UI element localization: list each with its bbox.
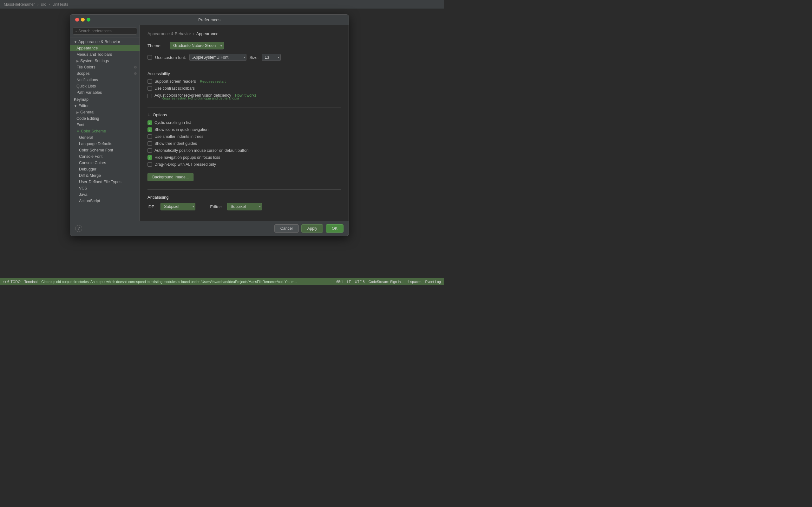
sidebar-item-color-scheme[interactable]: ▼ Color Scheme	[70, 128, 140, 134]
size-select[interactable]: 13 11 12 14 16	[262, 54, 281, 61]
minimize-button[interactable]	[81, 18, 85, 21]
theme-select[interactable]: Gradianto Nature Green Darcula IntelliJ …	[170, 42, 224, 49]
todo-badge[interactable]: ⊙ 6 TODO	[3, 280, 20, 284]
tree-indent-guides-checkbox[interactable]	[148, 141, 152, 146]
sidebar-item-vcs[interactable]: VCS	[70, 185, 140, 191]
show-icons-item: Show icons in quick navigation	[148, 127, 341, 132]
sidebar-item-console-colors[interactable]: Console Colors	[70, 160, 140, 166]
screen-readers-checkbox[interactable]	[148, 79, 152, 83]
custom-font-row: Use custom font: .AppleSystemUIFont Aria…	[148, 54, 341, 61]
sidebar-item-user-defined[interactable]: User-Defined File Types	[70, 179, 140, 185]
line-ending: LF	[347, 280, 351, 284]
sidebar-item-scopes[interactable]: Scopes ⚙	[70, 70, 140, 77]
sidebar-item-keymap[interactable]: Keymap	[70, 96, 140, 103]
smaller-indents-checkbox[interactable]	[148, 134, 152, 139]
hide-nav-popups-label: Hide navigation popups on focus loss	[154, 155, 220, 160]
spaces-indicator: 4 spaces	[407, 280, 421, 284]
terminal-tab[interactable]: Terminal	[24, 280, 38, 284]
accessibility-title: Accessibility	[148, 71, 341, 76]
sidebar-item-appearance[interactable]: Appearance	[70, 45, 140, 51]
expand-icon-cs: ▼	[77, 130, 80, 133]
breadcrumb-current: Appearance	[196, 32, 218, 36]
sidebar-item-console-font[interactable]: Console Font	[70, 153, 140, 160]
ide-aa-select[interactable]: Subpixel None Greyscale Default	[160, 203, 195, 210]
settings-icon-2: ⚙	[134, 72, 137, 76]
sidebar-item-appearance-behavior[interactable]: ▼ Appearance & Behavior	[70, 39, 140, 45]
sidebar-item-path-variables[interactable]: Path Variables	[70, 89, 140, 96]
sidebar-item-menus-toolbars[interactable]: Menus and Toolbars	[70, 51, 140, 58]
sidebar-item-quick-lists[interactable]: Quick Lists	[70, 83, 140, 89]
accessibility-section: Accessibility Support screen readers Req…	[148, 71, 341, 102]
dialog-body: ⌕ ▼ Appearance & Behavior Appearance Men…	[70, 25, 349, 221]
color-deficiency-item: Adjust colors for red-green vision defic…	[148, 93, 341, 102]
cyclic-scrolling-item: Cyclic scrolling in list	[148, 120, 341, 125]
ok-button[interactable]: OK	[326, 224, 344, 233]
smaller-indents-item: Use smaller indents in trees	[148, 134, 341, 139]
theme-row: Theme: Gradianto Nature Green Darcula In…	[148, 42, 341, 49]
background-image-button[interactable]: Background Image...	[148, 173, 194, 181]
screen-readers-item: Support screen readers Requires restart	[148, 79, 341, 83]
font-select[interactable]: .AppleSystemUIFont Arial Helvetica Neue	[189, 54, 247, 61]
custom-font-label: Use custom font:	[155, 55, 186, 60]
apply-button[interactable]: Apply	[301, 224, 323, 233]
custom-font-checkbox[interactable]	[148, 55, 152, 60]
cancel-button[interactable]: Cancel	[274, 224, 299, 233]
divider-3	[148, 189, 341, 190]
sidebar-item-debugger[interactable]: Debugger	[70, 166, 140, 172]
sidebar-item-general[interactable]: ▶ General	[70, 109, 140, 115]
search-input[interactable]	[78, 29, 135, 33]
drag-n-drop-checkbox[interactable]	[148, 162, 152, 167]
hide-nav-popups-checkbox[interactable]	[148, 155, 152, 160]
color-deficiency-text: Adjust colors for red-green vision defic…	[154, 93, 257, 102]
sidebar-item-java[interactable]: Java	[70, 191, 140, 198]
code-stream: CodeStream: Sign in...	[368, 280, 404, 284]
arrow-general: ▶	[77, 111, 79, 114]
sidebar-item-code-editing[interactable]: Code Editing	[70, 115, 140, 122]
editor-aa-select-wrapper: Subpixel None Greyscale Default ▾	[227, 203, 262, 210]
help-button[interactable]: ?	[75, 225, 82, 232]
expand-icon-editor: ▼	[74, 104, 77, 108]
ui-options-section: UI Options Cyclic scrolling in list Show…	[148, 112, 341, 167]
window-buttons	[75, 18, 90, 21]
dialog-footer: ? Cancel Apply OK	[70, 221, 349, 236]
sidebar-item-editor[interactable]: ▼ Editor	[70, 103, 140, 109]
sidebar-item-cs-font[interactable]: Color Scheme Font	[70, 147, 140, 153]
sidebar-item-language-defaults[interactable]: Language Defaults	[70, 141, 140, 147]
close-button[interactable]	[75, 18, 79, 21]
breadcrumb-parent: Appearance & Behavior	[148, 32, 191, 36]
sidebar-item-cs-general[interactable]: General	[70, 134, 140, 141]
sidebar-item-font[interactable]: Font	[70, 122, 140, 128]
editor-aa-select[interactable]: Subpixel None Greyscale Default	[227, 203, 262, 210]
auto-position-checkbox[interactable]	[148, 148, 152, 153]
event-log[interactable]: Event Log	[425, 280, 441, 284]
sidebar-item-system-settings[interactable]: ▶ System Settings	[70, 58, 140, 64]
ide-src: src	[41, 2, 46, 7]
status-message: Clean up old output directories: An outp…	[41, 280, 333, 284]
sidebar-item-diff-merge[interactable]: Diff & Merge	[70, 172, 140, 179]
maximize-button[interactable]	[87, 18, 90, 21]
search-icon: ⌕	[75, 29, 77, 33]
contrast-scrollbars-item: Use contrast scrollbars	[148, 86, 341, 91]
sidebar-item-notifications[interactable]: Notifications	[70, 77, 140, 83]
size-label: Size:	[250, 55, 259, 60]
settings-icon: ⚙	[134, 65, 137, 69]
sidebar-item-file-colors[interactable]: File Colors ⚙	[70, 64, 140, 70]
contrast-scrollbars-checkbox[interactable]	[148, 86, 152, 91]
cyclic-scrolling-checkbox[interactable]	[148, 120, 152, 125]
dialog-titlebar: Preferences	[70, 14, 349, 25]
requires-restart-badge: Requires restart	[200, 79, 226, 83]
preferences-dialog: Preferences ⌕ ▼ Appearance & Behavior Ap…	[70, 14, 349, 236]
arrow-icon: ▶	[77, 59, 79, 63]
auto-position-item: Automatically position mouse cursor on d…	[148, 148, 341, 153]
ide-titlebar: MassFileRenamer › src › UnitTests	[0, 0, 444, 9]
sidebar-item-actionscript[interactable]: ActionScript	[70, 198, 140, 204]
auto-position-label: Automatically position mouse cursor on d…	[154, 148, 249, 153]
divider-1	[148, 66, 341, 66]
hide-nav-popups-item: Hide navigation popups on focus loss	[148, 155, 341, 160]
show-icons-checkbox[interactable]	[148, 127, 152, 132]
color-deficiency-checkbox[interactable]	[148, 94, 152, 98]
encoding: UTF-8	[355, 280, 365, 284]
dialog-title: Preferences	[198, 17, 220, 22]
theme-label: Theme:	[148, 43, 166, 48]
cyclic-scrolling-label: Cyclic scrolling in list	[154, 120, 191, 125]
